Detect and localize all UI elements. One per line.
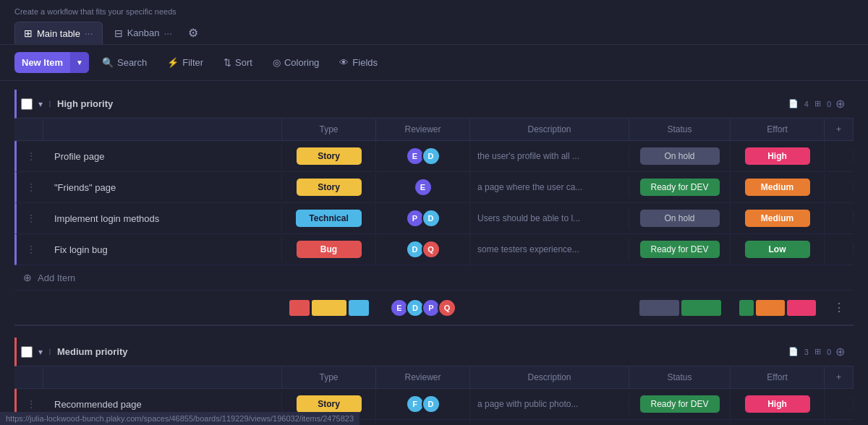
avatar: D xyxy=(422,395,441,413)
col-reviewer[interactable]: Reviewer xyxy=(376,366,470,388)
status-badge: Ready for DEV xyxy=(640,241,720,258)
drag-handle-icon[interactable]: ⋮ xyxy=(17,174,46,200)
url-text: https://julia-lockwood-bunch.plaky.com/s… xyxy=(6,414,354,423)
high-priority-drag-icon[interactable]: ⁞ xyxy=(48,99,51,109)
medium-priority-add-icon[interactable]: ⊕ xyxy=(831,343,849,360)
type-badge: Story xyxy=(297,147,362,165)
summary-effort xyxy=(731,297,825,319)
more-options-icon[interactable]: ⋮ xyxy=(830,298,848,317)
row-status-photo-editor: On hold xyxy=(629,421,731,423)
col-type[interactable]: Type xyxy=(282,366,376,388)
main-content: ▾ ⁞ High priority 📄 4 ⊞ 0 ⊕ Type Reviewe… xyxy=(0,81,868,423)
col-status[interactable]: Status xyxy=(629,366,731,388)
new-item-button[interactable]: New Item xyxy=(14,52,70,73)
url-bar: https://julia-lockwood-bunch.plaky.com/s… xyxy=(0,412,359,425)
col-effort[interactable]: Effort xyxy=(731,366,825,388)
col-effort[interactable]: Effort xyxy=(731,119,825,140)
row-status-fix-login-bug: Ready for DEV xyxy=(629,235,731,264)
drag-handle-icon[interactable]: ⋮ xyxy=(17,236,46,262)
medium-priority-checkbox[interactable] xyxy=(21,346,33,358)
new-item-dropdown-caret[interactable]: ▼ xyxy=(70,52,89,73)
col-reviewer[interactable]: Reviewer xyxy=(376,119,470,140)
row-effort-recommended-page: High xyxy=(731,390,825,418)
strip-green xyxy=(681,300,721,316)
main-table-more-icon[interactable]: ··· xyxy=(85,27,93,39)
fields-button[interactable]: 👁 Fields xyxy=(332,53,385,72)
row-effort-friends-page: Medium xyxy=(731,173,825,202)
drag-handle-icon[interactable]: ⋮ xyxy=(17,205,46,231)
filter-button[interactable]: ⚡ Filter xyxy=(160,53,210,72)
settings-icon[interactable]: ⚙ xyxy=(184,22,203,44)
status-color-strip xyxy=(639,300,721,316)
summary-empty xyxy=(14,305,43,311)
row-type-fix-login-bug: Bug xyxy=(282,235,376,264)
row-reviewer-photo-editor: D xyxy=(376,420,470,423)
col-status[interactable]: Status xyxy=(629,119,731,140)
effort-badge: High xyxy=(745,395,810,413)
medium-priority-doc-count: 3 xyxy=(804,348,809,356)
high-priority-meta: 📄 4 ⊞ 0 xyxy=(788,99,831,108)
summary-type xyxy=(282,297,376,319)
row-reviewer-login-methods: P D xyxy=(376,203,470,233)
sort-button[interactable]: ⇅ Sort xyxy=(216,53,260,72)
medium-priority-col-headers: Type Reviewer Description Status Effort … xyxy=(14,366,854,389)
status-badge: On hold xyxy=(640,147,720,165)
high-priority-label: High priority xyxy=(57,98,788,109)
status-badge: On hold xyxy=(640,210,720,227)
col-add[interactable]: + xyxy=(825,119,854,140)
strip-pink xyxy=(787,300,816,316)
high-priority-group-header: ▾ ⁞ High priority 📄 4 ⊞ 0 ⊕ xyxy=(14,90,854,119)
high-priority-add-icon[interactable]: ⊕ xyxy=(831,95,849,112)
row-reviewer-friends-page: E xyxy=(376,172,470,202)
row-desc-fix-login-bug: some testers experience... xyxy=(470,239,629,260)
effort-badge: High xyxy=(745,147,810,165)
tab-kanban-label: Kanban xyxy=(127,27,160,38)
add-item-label: Add Item xyxy=(38,272,75,283)
row-desc-profile-page: the user's profile with all ... xyxy=(470,145,629,167)
avatar: E xyxy=(414,178,433,197)
row-name-fix-login-bug[interactable]: Fix login bug xyxy=(46,237,282,262)
high-priority-chevron-icon[interactable]: ▾ xyxy=(38,99,43,109)
search-button[interactable]: 🔍 Search xyxy=(95,53,154,72)
medium-priority-label: Medium priority xyxy=(57,346,788,357)
drag-handle-icon[interactable]: ⋮ xyxy=(17,143,46,169)
col-drag xyxy=(14,119,43,140)
col-add[interactable]: + xyxy=(825,366,854,388)
new-item-button-wrap[interactable]: New Item ▼ xyxy=(14,52,89,73)
status-badge: Ready for DEV xyxy=(640,179,720,196)
coloring-button[interactable]: ◎ Coloring xyxy=(265,53,326,72)
status-badge: Ready for DEV xyxy=(640,395,720,413)
tab-main-table[interactable]: ⊞ Main table ··· xyxy=(14,22,103,44)
medium-priority-chevron-icon[interactable]: ▾ xyxy=(38,347,43,357)
medium-priority-meta: 📄 3 ⊞ 0 xyxy=(788,347,831,356)
high-priority-checkbox[interactable] xyxy=(21,98,33,110)
row-status-recommended-page: Ready for DEV xyxy=(629,390,731,418)
col-drag xyxy=(14,366,43,388)
subtitle: Create a workflow that fits your specifi… xyxy=(14,7,854,16)
high-priority-section: ▾ ⁞ High priority 📄 4 ⊞ 0 ⊕ Type Reviewe… xyxy=(14,90,854,326)
row-name-profile-page[interactable]: Profile page xyxy=(46,144,282,169)
medium-priority-section: ▾ ⁞ Medium priority 📄 3 ⊞ 0 ⊕ Type Revie… xyxy=(14,338,854,423)
col-description[interactable]: Description xyxy=(470,366,629,388)
filter-icon: ⚡ xyxy=(167,57,179,68)
row-reviewer-fix-login-bug: D Q xyxy=(376,234,470,265)
row-extra xyxy=(825,150,854,162)
summary-reviewer: E D P Q xyxy=(376,296,470,320)
medium-priority-drag-icon[interactable]: ⁞ xyxy=(48,347,51,357)
kanban-more-icon[interactable]: ··· xyxy=(163,27,172,39)
row-effort-profile-page: High xyxy=(731,142,825,171)
col-type[interactable]: Type xyxy=(282,119,376,140)
fields-icon: 👁 xyxy=(339,57,349,68)
doc-icon: 📄 xyxy=(788,347,799,356)
row-name-friends-page[interactable]: "Friends" page xyxy=(46,175,282,200)
tab-kanban[interactable]: ⊟ Kanban ··· xyxy=(106,22,182,44)
col-description[interactable]: Description xyxy=(470,119,629,140)
row-effort-photo-editor: Medium xyxy=(731,421,825,423)
avatar: D xyxy=(422,209,441,228)
summary-more[interactable]: ⋮ xyxy=(825,295,854,320)
row-name-login-methods[interactable]: Implement login methods xyxy=(46,206,282,231)
high-priority-add-item-row[interactable]: ⊕ Add Item xyxy=(14,265,854,291)
medium-priority-group-header: ▾ ⁞ Medium priority 📄 3 ⊞ 0 ⊕ xyxy=(14,338,854,366)
strip-blue xyxy=(349,300,369,316)
avatar: Q xyxy=(422,240,441,259)
